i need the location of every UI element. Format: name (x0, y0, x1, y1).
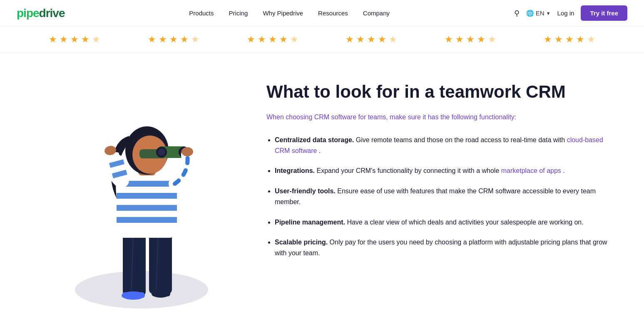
language-selector[interactable]: 🌐 EN ▼ (526, 10, 551, 17)
star-3: ★ (367, 34, 375, 45)
rating-group-1: ★ ★ ★ ★ ★ (49, 34, 100, 45)
star-4: ★ (378, 34, 386, 45)
section-heading: What to look for in a teamwork CRM (266, 82, 611, 102)
svg-rect-8 (152, 291, 170, 296)
svg-rect-1 (123, 232, 146, 296)
nav-why-pipedrive[interactable]: Why Pipedrive (263, 10, 303, 17)
ratings-row: ★ ★ ★ ★ ★ ★ ★ ★ ★ ★ ★ ★ ★ ★ ★ ★ ★ ★ ★ ★ … (0, 27, 644, 53)
star-1: ★ (247, 34, 255, 45)
list-item: Scalable pricing. Only pay for the users… (275, 237, 611, 259)
star-3: ★ (269, 34, 277, 45)
list-item: Centralized data storage. Give remote te… (275, 135, 611, 157)
features-list: Centralized data storage. Give remote te… (266, 135, 611, 259)
login-link[interactable]: Log in (557, 10, 574, 17)
svg-rect-11 (117, 193, 177, 199)
nav-right: ⚲ 🌐 EN ▼ Log in Try it free (514, 5, 627, 21)
star-2: ★ (554, 34, 563, 45)
bullet-text-2: Expand your CRM's functionality by conne… (316, 167, 501, 174)
bullet-bold-5: Scalable pricing. (275, 239, 328, 246)
search-icon[interactable]: ⚲ (514, 9, 520, 18)
star-1: ★ (49, 34, 57, 45)
star-4: ★ (477, 34, 485, 45)
star-5: ★ (191, 34, 199, 45)
star-1: ★ (445, 34, 453, 45)
star-4: ★ (279, 34, 288, 45)
svg-point-22 (158, 148, 165, 156)
star-1: ★ (148, 34, 156, 45)
main-content: What to look for in a teamwork CRM When … (0, 53, 644, 323)
star-2: ★ (60, 34, 68, 45)
star-4: ★ (180, 34, 189, 45)
svg-rect-6 (122, 292, 145, 298)
star-4: ★ (81, 34, 90, 45)
rating-group-5: ★ ★ ★ ★ ★ (445, 34, 496, 45)
marketplace-link[interactable]: marketplace of apps (501, 167, 561, 174)
list-item: Pipeline management. Have a clear view o… (275, 217, 611, 228)
rating-group-2: ★ ★ ★ ★ ★ (148, 34, 199, 45)
bullet-text-after-2: . (563, 167, 564, 174)
svg-rect-13 (117, 217, 177, 223)
svg-rect-12 (117, 205, 177, 211)
bullet-text-after-1: . (319, 147, 321, 154)
list-item: Integrations. Expand your CRM's function… (275, 165, 611, 176)
nav-resources[interactable]: Resources (318, 10, 348, 17)
star-5: ★ (290, 34, 298, 45)
text-column: What to look for in a teamwork CRM When … (266, 78, 611, 259)
star-2: ★ (159, 34, 167, 45)
star-4: ★ (576, 34, 584, 45)
rating-group-4: ★ ★ ★ ★ ★ (346, 34, 397, 45)
star-2: ★ (258, 34, 266, 45)
star-2: ★ (356, 34, 365, 45)
navbar: pipedrive Products Pricing Why Pipedrive… (0, 0, 644, 27)
star-5: ★ (92, 34, 100, 45)
svg-rect-2 (149, 232, 172, 294)
bullet-bold-3: User-friendly tools. (275, 187, 336, 195)
star-1: ★ (544, 34, 552, 45)
logo: pipedrive (17, 7, 65, 20)
star-3: ★ (70, 34, 79, 45)
bullet-bold-4: Pipeline management. (275, 219, 345, 226)
bullet-text-4: Have a clear view of which deals and act… (347, 219, 583, 226)
nav-links: Products Pricing Why Pipedrive Resources… (189, 10, 390, 17)
chevron-down-icon: ▼ (546, 11, 551, 16)
nav-company[interactable]: Company (363, 10, 390, 17)
rating-group-6: ★ ★ ★ ★ ★ (544, 34, 595, 45)
bullet-bold-1: Centralized data storage. (275, 136, 354, 143)
star-5: ★ (587, 34, 595, 45)
star-3: ★ (466, 34, 475, 45)
star-3: ★ (565, 34, 574, 45)
bullet-bold-2: Integrations. (275, 167, 315, 174)
star-2: ★ (455, 34, 464, 45)
illustration-column (33, 78, 233, 311)
rating-group-3: ★ ★ ★ ★ ★ (247, 34, 298, 45)
star-5: ★ (488, 34, 496, 45)
nav-pricing[interactable]: Pricing (229, 10, 248, 17)
star-1: ★ (346, 34, 354, 45)
star-5: ★ (389, 34, 397, 45)
intro-paragraph: When choosing CRM software for teams, ma… (266, 112, 611, 123)
bullet-text-1: Give remote teams and those on the road … (356, 136, 567, 143)
person-illustration (46, 78, 221, 311)
try-it-free-button[interactable]: Try it free (581, 5, 627, 21)
nav-products[interactable]: Products (189, 10, 214, 17)
language-label: EN (536, 10, 545, 17)
star-3: ★ (169, 34, 178, 45)
svg-point-28 (182, 147, 193, 156)
list-item: User-friendly tools. Ensure ease of use … (275, 186, 611, 208)
globe-icon: 🌐 (526, 10, 534, 17)
